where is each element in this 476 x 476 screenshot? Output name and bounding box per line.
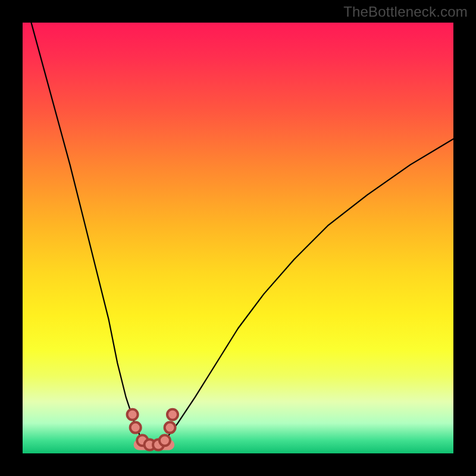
curve-layer — [23, 23, 453, 453]
data-point-right-upper — [167, 409, 178, 420]
bottleneck-curve — [32, 23, 454, 445]
data-point-right-lower — [165, 422, 176, 433]
data-point-valley-4 — [159, 435, 170, 446]
watermark-label: TheBottleneck.com — [343, 4, 468, 20]
data-point-left-lower — [130, 422, 141, 433]
plot-area — [23, 23, 453, 453]
data-point-left-upper — [127, 409, 138, 420]
chart-container: TheBottleneck.com — [0, 0, 476, 476]
